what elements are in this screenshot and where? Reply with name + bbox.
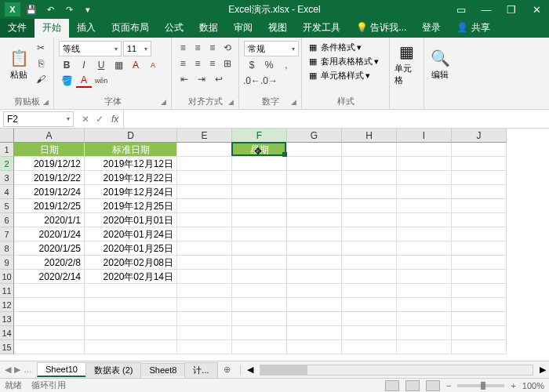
cell[interactable] <box>452 227 507 241</box>
row-header[interactable]: 9 <box>0 256 14 270</box>
cell[interactable] <box>85 312 177 326</box>
cell[interactable] <box>177 199 232 213</box>
increase-decimal-button[interactable]: .0← <box>244 74 260 88</box>
currency-button[interactable]: $ <box>244 58 260 72</box>
row-header[interactable]: 15 <box>0 340 14 354</box>
cell[interactable] <box>342 227 397 241</box>
align-middle-button[interactable]: ≡ <box>191 41 205 55</box>
row-header[interactable]: 6 <box>0 213 14 227</box>
tab-data[interactable]: 数据 <box>191 18 226 38</box>
login-button[interactable]: 登录 <box>414 18 449 38</box>
cell[interactable]: 2019年12月24日 <box>85 185 177 199</box>
cell[interactable] <box>452 199 507 213</box>
font-name-combo[interactable]: 等线▾ <box>59 41 122 56</box>
row-header[interactable]: 7 <box>0 227 14 241</box>
cell[interactable] <box>287 227 342 241</box>
decrease-decimal-button[interactable]: .0→ <box>261 74 277 88</box>
cell-header[interactable]: 标准日期 <box>85 143 177 157</box>
tab-file[interactable]: 文件 <box>0 18 35 38</box>
underline-button[interactable]: U <box>93 58 109 72</box>
cell[interactable]: 2020/1/24 <box>14 227 85 241</box>
row-header[interactable]: 5 <box>0 199 14 213</box>
column-header[interactable]: F <box>232 129 287 143</box>
tab-review[interactable]: 审阅 <box>226 18 260 38</box>
cell[interactable]: 2020/2/14 <box>14 270 85 284</box>
align-left-button[interactable]: ≡ <box>176 56 190 71</box>
cancel-formula-button[interactable]: ✕ <box>82 114 89 125</box>
number-format-combo[interactable]: 常规▾ <box>244 41 299 56</box>
cell[interactable] <box>232 227 287 241</box>
cell[interactable] <box>342 185 397 199</box>
zoom-out-button[interactable]: − <box>446 381 451 390</box>
cell[interactable] <box>177 340 232 354</box>
cell[interactable] <box>232 213 287 227</box>
ribbon-options-button[interactable]: ▭ <box>449 0 474 19</box>
launcher-icon[interactable]: ◢ <box>228 98 234 106</box>
align-right-button[interactable]: ≡ <box>206 56 220 71</box>
cell[interactable] <box>342 270 397 284</box>
save-button[interactable]: 💾 <box>24 2 39 16</box>
cell[interactable] <box>232 298 287 312</box>
select-all-corner[interactable] <box>0 129 14 143</box>
column-header[interactable]: D <box>85 129 177 143</box>
cells-button[interactable]: ▦ 单元格 <box>394 41 419 88</box>
redo-button[interactable]: ↷ <box>61 2 77 16</box>
cell[interactable] <box>177 241 232 256</box>
cell[interactable]: 2020年02月08日 <box>85 256 177 270</box>
cell[interactable] <box>232 171 287 185</box>
cell[interactable] <box>85 326 177 340</box>
cell[interactable]: 2020年01月25日 <box>85 241 177 256</box>
row-header[interactable]: 10 <box>0 270 14 284</box>
cell[interactable] <box>452 284 507 298</box>
add-sheet-button[interactable]: ⊕ <box>217 365 237 375</box>
editing-button[interactable]: 🔍 编辑 <box>429 41 451 88</box>
cell[interactable] <box>342 256 397 270</box>
border-button[interactable]: ▦ <box>111 58 126 72</box>
cell[interactable] <box>232 199 287 213</box>
tab-page-layout[interactable]: 页面布局 <box>104 18 157 38</box>
cell[interactable] <box>287 340 342 354</box>
cell[interactable] <box>14 284 85 298</box>
cell[interactable] <box>14 298 85 312</box>
row-header[interactable]: 13 <box>0 312 14 326</box>
italic-button[interactable]: I <box>76 58 92 72</box>
launcher-icon[interactable]: ◢ <box>291 98 296 106</box>
column-header[interactable]: A <box>14 129 85 143</box>
cell[interactable] <box>232 241 287 256</box>
cell[interactable] <box>397 312 452 326</box>
zoom-level[interactable]: 100% <box>522 381 544 390</box>
copy-button[interactable]: ⎘ <box>33 56 49 71</box>
cell[interactable] <box>397 213 452 227</box>
cell[interactable] <box>397 326 452 340</box>
sheet-tab[interactable]: 计... <box>184 362 217 378</box>
row-header[interactable]: 12 <box>0 298 14 312</box>
cell[interactable] <box>177 298 232 312</box>
cell[interactable] <box>397 227 452 241</box>
cell[interactable]: 2020年01月24日 <box>85 227 177 241</box>
cell[interactable]: 2020/1/1 <box>14 213 85 227</box>
cell[interactable] <box>177 312 232 326</box>
row-header[interactable]: 1 <box>0 143 14 157</box>
cell[interactable] <box>85 298 177 312</box>
hscroll-left[interactable]: ◀ <box>244 365 256 375</box>
cell[interactable] <box>177 213 232 227</box>
cell[interactable] <box>232 340 287 354</box>
cell[interactable]: 2020/1/25 <box>14 241 85 256</box>
bold-button[interactable]: B <box>59 58 75 72</box>
cell[interactable] <box>232 284 287 298</box>
cell[interactable] <box>85 340 177 354</box>
zoom-in-button[interactable]: + <box>511 381 515 390</box>
cell[interactable] <box>232 326 287 340</box>
phonetic-button[interactable]: wén <box>93 74 109 88</box>
row-header[interactable]: 2 <box>0 157 14 171</box>
orientation-button[interactable]: ⟲ <box>220 41 234 55</box>
format-as-table-button[interactable]: ▦套用表格格式 ▾ <box>307 55 384 67</box>
maximize-button[interactable]: ❐ <box>499 0 524 19</box>
name-box[interactable]: F2▾ <box>3 111 74 127</box>
cell[interactable] <box>342 312 397 326</box>
cell[interactable] <box>397 241 452 256</box>
cell[interactable] <box>342 143 397 157</box>
cell[interactable] <box>452 256 507 270</box>
cell[interactable] <box>397 157 452 171</box>
cell[interactable] <box>177 157 232 171</box>
